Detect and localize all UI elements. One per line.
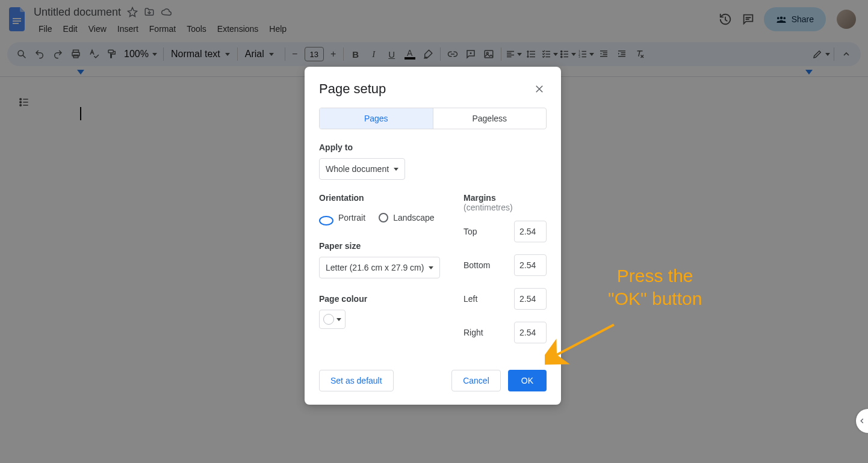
margin-left-input[interactable]: 2.54	[514, 288, 547, 310]
margin-right-input[interactable]: 2.54	[514, 322, 547, 343]
orientation-radios: Portrait Landscape	[319, 210, 449, 225]
dialog-footer: Set as default Cancel OK	[319, 370, 547, 391]
margin-bottom-label: Bottom	[463, 260, 490, 270]
orientation-portrait-radio[interactable]: Portrait	[319, 210, 365, 225]
orientation-landscape-radio[interactable]: Landscape	[379, 210, 435, 225]
tab-pageless[interactable]: Pageless	[433, 108, 547, 129]
close-icon[interactable]	[532, 82, 547, 96]
dialog-columns: Orientation Portrait Landscape Paper siz…	[319, 193, 547, 343]
margin-right-label: Right	[463, 328, 483, 337]
radio-selected-icon	[319, 216, 333, 225]
radio-unselected-icon	[379, 213, 388, 222]
dialog-title: Page setup	[319, 81, 386, 97]
margins-label: Margins	[463, 193, 496, 203]
margins-unit: (centimetres)	[463, 203, 513, 212]
page-colour-select[interactable]	[319, 310, 346, 329]
margin-left-row: Left 2.54	[463, 288, 547, 310]
cancel-button[interactable]: Cancel	[451, 370, 501, 391]
apply-to-label: Apply to	[319, 143, 547, 152]
apply-to-value: Whole document	[326, 164, 389, 174]
left-column: Orientation Portrait Landscape Paper siz…	[319, 193, 449, 343]
footer-spacer	[401, 370, 445, 391]
caret-down-icon	[394, 168, 398, 171]
set-default-button[interactable]: Set as default	[319, 370, 394, 391]
margin-top-row: Top 2.54	[463, 221, 547, 242]
app-root: Untitled document File Edit View Insert …	[0, 0, 868, 463]
caret-down-icon	[429, 266, 433, 269]
page-setup-dialog: Page setup Pages Pageless Apply to Whole…	[305, 67, 561, 405]
right-column: Margins (centimetres) Top 2.54 Bottom 2.…	[463, 193, 547, 343]
ok-button[interactable]: OK	[508, 370, 547, 391]
colour-swatch-icon	[323, 314, 334, 325]
page-colour-label: Page colour	[319, 294, 449, 304]
paper-size-value: Letter (21.6 cm x 27.9 cm)	[326, 263, 424, 272]
landscape-label: Landscape	[393, 213, 435, 222]
paper-size-select[interactable]: Letter (21.6 cm x 27.9 cm)	[319, 257, 440, 278]
apply-to-select[interactable]: Whole document	[319, 158, 405, 180]
margin-right-row: Right 2.54	[463, 322, 547, 343]
margin-bottom-input[interactable]: 2.54	[514, 254, 547, 276]
tab-pages[interactable]: Pages	[320, 108, 433, 129]
caret-down-icon	[336, 318, 341, 321]
orientation-label: Orientation	[319, 193, 449, 203]
dialog-header: Page setup	[319, 81, 547, 97]
portrait-label: Portrait	[338, 213, 365, 222]
paper-size-label: Paper size	[319, 241, 449, 251]
margin-left-label: Left	[463, 294, 477, 304]
page-mode-tabs: Pages Pageless	[319, 108, 547, 129]
margin-top-input[interactable]: 2.54	[514, 221, 547, 242]
margin-top-label: Top	[463, 227, 477, 236]
margins-heading: Margins (centimetres)	[463, 193, 547, 212]
margin-bottom-row: Bottom 2.54	[463, 254, 547, 276]
